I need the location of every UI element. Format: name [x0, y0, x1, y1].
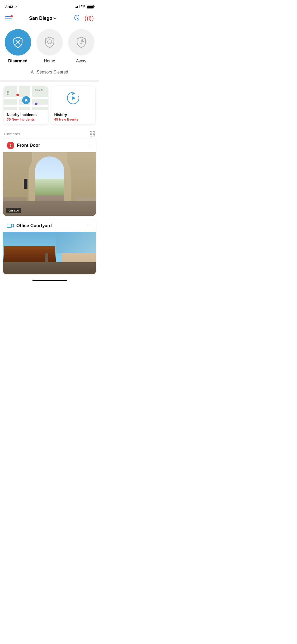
history-refresh-icon [65, 90, 81, 106]
disarmed-shield-icon [11, 35, 25, 49]
location-selector[interactable]: San Diego [29, 16, 56, 21]
status-bar: 3:43 [0, 0, 99, 12]
status-time: 3:43 [5, 4, 17, 9]
map-street-label-2: 20th St [35, 89, 43, 91]
away-label: Away [76, 59, 86, 63]
sensors-status: All Sensors Cleared [0, 69, 99, 80]
camera-timestamp: 6m ago [6, 208, 21, 213]
battery-icon [87, 5, 94, 8]
away-shield-icon [74, 35, 88, 49]
svg-marker-9 [72, 96, 76, 100]
moon-icon[interactable] [73, 14, 80, 22]
header: San Diego ( (!) ) [0, 12, 99, 26]
office-camera-name: Office Courtyard [16, 223, 52, 228]
home-circle [36, 29, 63, 56]
map-street-label-1: Pea [7, 91, 9, 95]
alarm-icon[interactable]: ( (!) ) [84, 15, 94, 22]
section-divider [0, 80, 99, 82]
camera-name: Front Door [17, 143, 40, 148]
history-icon-area [51, 86, 96, 110]
svg-line-2 [78, 17, 79, 17]
chevron-down-icon [54, 16, 56, 19]
office-camera-name-row: Office Courtyard [7, 223, 52, 228]
wifi-icon [81, 5, 85, 8]
disarmed-label: Disarmed [8, 59, 27, 63]
widgets-row: Pea 20th St Nearby Incidents 36 New Inci… [0, 82, 99, 129]
home-label: Home [44, 59, 55, 63]
home-mode[interactable]: Home [36, 29, 63, 63]
cameras-label: Cameras [4, 132, 20, 136]
location-arrow-icon [14, 5, 17, 8]
status-icons [75, 5, 94, 8]
front-door-header: 6 Front Door ··· [3, 139, 96, 152]
camera-badge: 6 [7, 142, 14, 149]
incident-dot-red [16, 94, 19, 96]
time-display: 3:43 [5, 4, 13, 9]
camera-name-row: 6 Front Door [7, 142, 40, 149]
header-right-icons: ( (!) ) [73, 14, 94, 22]
away-mode[interactable]: Away [68, 29, 95, 63]
disarmed-circle [5, 29, 31, 56]
history-card[interactable]: History 48 New Events [51, 86, 96, 125]
incidents-title: Nearby Incidents [7, 113, 45, 117]
office-courtyard-header: Office Courtyard ··· [3, 219, 96, 232]
home-pin [22, 96, 30, 104]
grid-view-toggle[interactable] [90, 131, 95, 136]
home-bar [32, 280, 67, 281]
nearby-incidents-card[interactable]: Pea 20th St Nearby Incidents 36 New Inci… [4, 86, 48, 125]
cameras-section-header: Cameras [0, 129, 99, 139]
incidents-card-bottom: Nearby Incidents 36 New Incidents [4, 110, 48, 125]
incident-dot-purple [35, 103, 37, 105]
svg-rect-10 [7, 224, 12, 227]
timestamp-text: 6m ago [8, 209, 19, 212]
badge-count: 6 [10, 144, 11, 148]
home-indicator [0, 278, 99, 282]
office-courtyard-camera-card[interactable]: Office Courtyard ··· [3, 219, 96, 274]
video-camera-icon [7, 223, 14, 228]
incidents-map: Pea 20th St [4, 86, 48, 110]
notification-dot [11, 15, 13, 17]
signal-icon [75, 5, 79, 8]
office-courtyard-feed[interactable] [3, 232, 96, 274]
disarmed-mode[interactable]: Disarmed [5, 29, 31, 63]
location-name: San Diego [29, 16, 52, 21]
camera-more-button[interactable]: ··· [86, 142, 92, 149]
history-count: 48 New Events [54, 117, 92, 121]
sensors-status-text: All Sensors Cleared [31, 70, 68, 74]
history-card-bottom: History 48 New Events [51, 110, 96, 125]
menu-button[interactable] [5, 16, 12, 20]
camera-icon-svg [7, 223, 14, 228]
svg-line-0 [78, 15, 79, 16]
home-shield-icon [43, 35, 56, 49]
svg-point-6 [81, 39, 83, 41]
front-door-camera-card[interactable]: 6 Front Door ··· [3, 139, 96, 216]
incidents-count: 36 New Incidents [7, 117, 45, 121]
history-title: History [54, 113, 92, 117]
office-camera-more-button[interactable]: ··· [86, 223, 92, 229]
front-door-feed[interactable]: 6m ago [3, 152, 96, 216]
security-modes: Disarmed Home Away [0, 26, 99, 69]
away-circle [68, 29, 95, 56]
